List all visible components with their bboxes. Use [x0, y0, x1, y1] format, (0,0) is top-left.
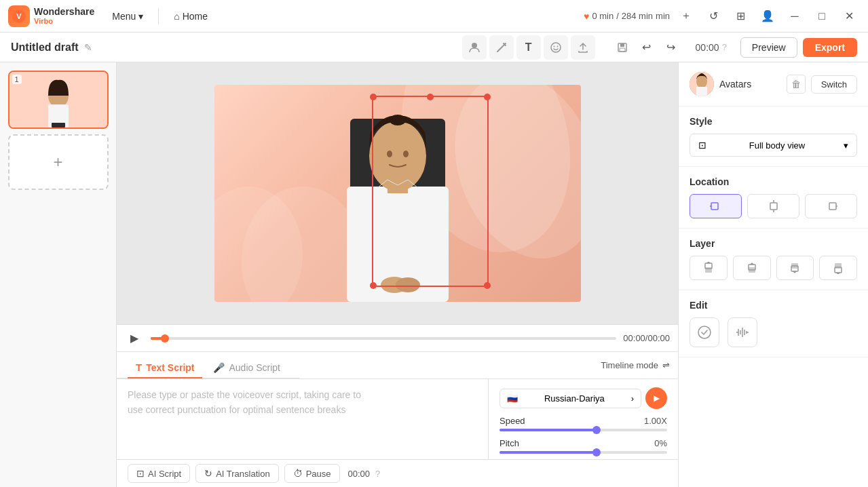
- menu-button[interactable]: Menu ▾: [105, 8, 150, 24]
- timeline-mode-button[interactable]: Timeline mode ⇌: [592, 352, 678, 378]
- svg-rect-29: [770, 203, 777, 210]
- home-button[interactable]: ⌂ Home: [167, 8, 214, 24]
- translate-icon: ↻: [204, 468, 212, 479]
- add-button[interactable]: ＋: [675, 5, 697, 27]
- add-icon: +: [53, 153, 62, 172]
- product-name: Virbo: [34, 17, 94, 25]
- align-center-button[interactable]: [747, 194, 799, 218]
- script-tabs: T Text Script 🎤 Audio Script: [117, 352, 299, 378]
- canvas-area: ▶ 00:00/00:00 T Text Script 🎤 Audio Scri…: [117, 62, 678, 487]
- redo-button[interactable]: ↪: [660, 37, 682, 58]
- speed-label-row: Speed 1.00X: [499, 416, 667, 426]
- text-script-tab[interactable]: T Text Script: [128, 357, 202, 378]
- waveform-edit-button[interactable]: [728, 317, 757, 347]
- pause-label: Pause: [306, 469, 331, 479]
- svg-point-20: [387, 151, 392, 157]
- bring-forward-button[interactable]: [733, 256, 771, 280]
- badge-edit-button[interactable]: [690, 317, 719, 347]
- home-label: Home: [183, 11, 208, 22]
- style-icon: ⊡: [698, 140, 706, 151]
- undo-button[interactable]: ↩: [636, 37, 658, 58]
- ai-script-button[interactable]: ⊡ AI Script: [128, 464, 190, 483]
- app-name: Wondershare: [34, 7, 94, 17]
- progress-thumb[interactable]: [161, 334, 169, 343]
- delete-avatar-button[interactable]: 🗑: [787, 75, 806, 94]
- align-right-button[interactable]: [805, 194, 857, 218]
- add-slide-button[interactable]: +: [8, 134, 109, 190]
- logo-icon: V: [8, 5, 30, 27]
- pitch-fill: [499, 451, 597, 454]
- ai-script-label: AI Script: [148, 469, 181, 479]
- bring-to-front-button[interactable]: [690, 256, 728, 280]
- tabs-spacer: [299, 352, 592, 378]
- export-button[interactable]: Export: [803, 38, 857, 57]
- speed-control: Speed 1.00X: [499, 416, 667, 431]
- time-code: 00:00: [348, 469, 371, 479]
- text-tab-label: Text Script: [146, 362, 194, 373]
- svg-point-18: [369, 121, 426, 191]
- slide-item[interactable]: 1: [8, 71, 109, 129]
- pitch-control: Pitch 0%: [499, 438, 667, 454]
- voice-play-button[interactable]: ▶: [645, 387, 667, 409]
- speed-label: Speed: [499, 416, 525, 426]
- text-tool-button[interactable]: T: [516, 35, 541, 60]
- audio-script-tab[interactable]: 🎤 Audio Script: [205, 358, 288, 378]
- placeholder-line1: Please type or paste the voiceover scrip…: [128, 389, 361, 400]
- timeline-mode-label: Timeline mode: [601, 360, 658, 370]
- edit-title-icon[interactable]: ✎: [84, 42, 92, 53]
- switch-avatar-button[interactable]: Switch: [811, 75, 857, 94]
- save-button[interactable]: [611, 37, 633, 58]
- voice-dropdown[interactable]: 🇷🇺 Russian-Dariya ›: [499, 389, 641, 408]
- speed-thumb[interactable]: [592, 426, 601, 434]
- edit-controls: [690, 317, 857, 347]
- upload-tool-button[interactable]: [571, 35, 595, 60]
- face-tool-button[interactable]: [544, 35, 568, 60]
- canvas-container[interactable]: [117, 62, 678, 324]
- time-counter: 00:00/00:00: [623, 333, 670, 343]
- ai-script-icon: ⊡: [136, 468, 145, 479]
- maximize-button[interactable]: □: [811, 5, 833, 27]
- align-left-button[interactable]: [690, 194, 742, 218]
- svg-point-2: [472, 43, 477, 48]
- brush-tool-button[interactable]: [489, 35, 514, 60]
- play-button[interactable]: ▶: [125, 329, 144, 348]
- avatar-thumbnail: [690, 72, 714, 96]
- slide-thumbnail: [10, 72, 107, 128]
- audio-tab-icon: 🎤: [213, 362, 225, 373]
- avatar-tool-button[interactable]: [462, 35, 487, 60]
- timer-display: 00:00 ?: [696, 42, 727, 53]
- pause-button[interactable]: ⏱ Pause: [284, 464, 340, 483]
- svg-point-14: [242, 187, 364, 302]
- preview-button[interactable]: Preview: [740, 37, 797, 58]
- progress-bar[interactable]: [151, 337, 616, 340]
- timer-value: 00:00: [696, 42, 719, 53]
- text-script-area[interactable]: Please type or paste the voiceover scrip…: [117, 379, 488, 459]
- menu-chevron-icon: ▾: [138, 11, 143, 22]
- voice-selector: 🇷🇺 Russian-Dariya › ▶: [499, 387, 667, 409]
- home-icon: ⌂: [174, 11, 179, 22]
- edit-section: Edit: [679, 290, 868, 357]
- export-label: Export: [815, 42, 845, 53]
- location-grid: [690, 194, 857, 218]
- svg-rect-27: [711, 203, 718, 210]
- undo-redo: ↩ ↪: [611, 37, 682, 58]
- timer-help-icon: ?: [722, 42, 727, 52]
- style-dropdown[interactable]: ⊡ Full body view ▾: [690, 134, 857, 157]
- style-section: Style ⊡ Full body view ▾: [679, 106, 868, 167]
- user-button[interactable]: 👤: [757, 5, 778, 27]
- close-button[interactable]: ✕: [838, 5, 860, 27]
- send-backward-button[interactable]: [776, 256, 814, 280]
- send-to-back-button[interactable]: [819, 256, 857, 280]
- history-button[interactable]: ↺: [702, 5, 724, 27]
- speed-slider[interactable]: [499, 429, 667, 431]
- minimize-button[interactable]: ─: [784, 5, 806, 27]
- voice-name: Russian-Dariya: [544, 393, 605, 404]
- time-help-icon: ?: [375, 469, 380, 479]
- style-title: Style: [690, 116, 857, 127]
- pitch-thumb[interactable]: [592, 448, 601, 456]
- ai-translation-label: AI Translation: [216, 469, 270, 479]
- flag-icon: 🇷🇺: [507, 393, 518, 404]
- grid-button[interactable]: ⊞: [730, 5, 751, 27]
- ai-translation-button[interactable]: ↻ AI Translation: [195, 464, 279, 483]
- pitch-slider[interactable]: [499, 451, 667, 454]
